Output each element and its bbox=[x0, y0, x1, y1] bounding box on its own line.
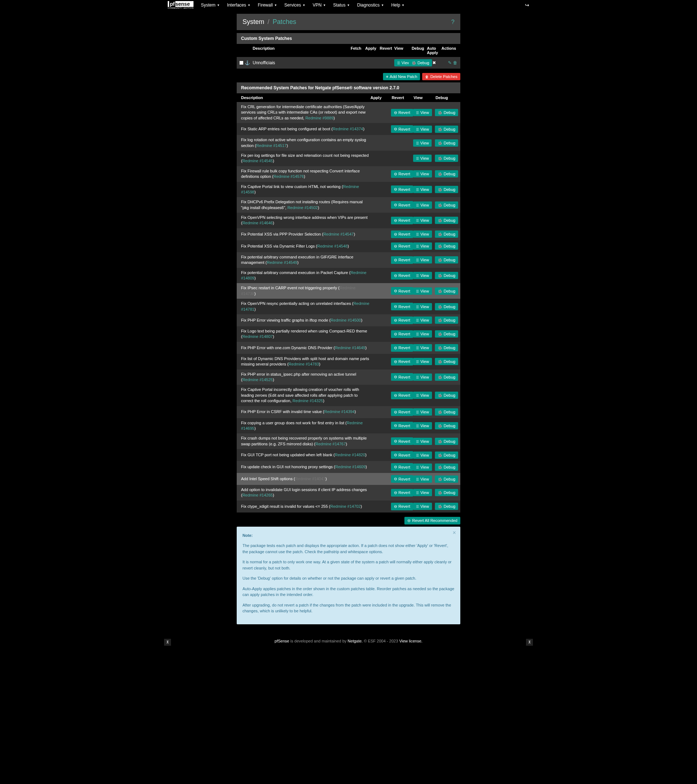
view-button[interactable]: View bbox=[413, 344, 432, 351]
debug-button[interactable]: Debug bbox=[435, 242, 458, 250]
revert-button[interactable]: Revert bbox=[391, 344, 413, 352]
view-button[interactable]: View bbox=[413, 489, 432, 496]
revert-button[interactable]: Revert bbox=[391, 503, 413, 510]
view-button[interactable]: View bbox=[413, 463, 432, 471]
debug-button[interactable]: Debug bbox=[435, 125, 458, 133]
nav-item-vpn[interactable]: VPN▼ bbox=[313, 3, 326, 8]
debug-button[interactable]: Debug bbox=[435, 217, 458, 224]
logo[interactable]: pfsense COMMUNITY EDITION bbox=[168, 1, 193, 9]
redmine-link[interactable]: Redmine #14547 bbox=[323, 232, 354, 236]
redmine-link[interactable]: Redmine #14517 bbox=[256, 143, 287, 148]
view-button[interactable]: View bbox=[413, 374, 432, 381]
redmine-link[interactable]: Redmine #14820 bbox=[335, 453, 365, 457]
nav-item-help[interactable]: Help▼ bbox=[391, 3, 405, 8]
debug-button[interactable]: Debug bbox=[435, 422, 458, 429]
nav-item-firewall[interactable]: Firewall▼ bbox=[258, 3, 277, 8]
nav-item-diagnostics[interactable]: Diagnostics▼ bbox=[357, 3, 384, 8]
debug-button[interactable]: Debug bbox=[435, 186, 458, 193]
edit-icon[interactable]: ✎ bbox=[448, 60, 451, 65]
debug-button[interactable]: Debug bbox=[435, 201, 458, 209]
revert-button[interactable]: Revert bbox=[391, 303, 413, 310]
revert-button[interactable]: Revert bbox=[391, 437, 413, 445]
revert-button[interactable]: Revert bbox=[391, 408, 413, 416]
view-button[interactable]: View bbox=[413, 316, 432, 324]
revert-button[interactable]: Revert bbox=[391, 373, 413, 381]
redmine-link[interactable]: Redmine #9889 bbox=[305, 116, 334, 120]
help-icon[interactable]: ? bbox=[451, 19, 455, 25]
redmine-link[interactable]: Redmine #14502 bbox=[288, 206, 318, 210]
close-icon[interactable]: × bbox=[453, 530, 456, 536]
redmine-link[interactable]: Redmine #14394 bbox=[324, 409, 355, 414]
redmine-link[interactable]: Redmine #14545 bbox=[242, 159, 273, 163]
debug-button[interactable]: Debug bbox=[435, 489, 458, 496]
nav-item-services[interactable]: Services▼ bbox=[284, 3, 305, 8]
view-button[interactable]: View bbox=[413, 186, 432, 193]
revert-button[interactable]: Revert bbox=[391, 489, 413, 497]
redmine-link[interactable]: Redmine #14325 bbox=[293, 399, 323, 403]
debug-button[interactable]: Debug bbox=[435, 303, 458, 310]
revert-button[interactable]: Revert bbox=[391, 125, 413, 133]
view-button[interactable]: View bbox=[413, 358, 432, 365]
debug-button[interactable]: Debug bbox=[435, 155, 458, 162]
redmine-link[interactable]: Redmine #14500 bbox=[331, 318, 361, 322]
debug-button[interactable]: Debug bbox=[435, 316, 458, 324]
debug-button[interactable]: Debug bbox=[435, 231, 458, 238]
footer-license-link[interactable]: View license. bbox=[399, 639, 423, 643]
revert-button[interactable]: Revert bbox=[391, 330, 413, 338]
debug-button[interactable]: Debug bbox=[435, 438, 458, 445]
revert-button[interactable]: Revert bbox=[391, 109, 413, 117]
scroll-top-left[interactable]: ⊼ bbox=[164, 639, 171, 646]
view-button[interactable]: View bbox=[413, 139, 432, 147]
revert-button[interactable]: Revert bbox=[391, 170, 413, 178]
redmine-link[interactable]: Redmine #14548 bbox=[317, 244, 348, 248]
view-button[interactable]: View bbox=[413, 287, 432, 295]
row-checkbox[interactable] bbox=[240, 61, 243, 64]
debug-button[interactable]: Debug bbox=[435, 272, 458, 279]
view-button[interactable]: View bbox=[413, 125, 432, 133]
debug-button[interactable]: Debug bbox=[435, 451, 458, 459]
view-button[interactable]: View bbox=[413, 256, 432, 264]
debug-button[interactable]: Debug bbox=[435, 330, 458, 338]
debug-button[interactable]: Debug bbox=[435, 392, 458, 399]
redmine-link[interactable]: Redmine #14609 bbox=[335, 464, 366, 469]
revert-button[interactable]: Revert bbox=[391, 231, 413, 238]
debug-button[interactable]: Debug bbox=[435, 256, 458, 264]
debug-button[interactable]: Debug bbox=[435, 109, 458, 116]
revert-button[interactable]: Revert bbox=[391, 475, 413, 483]
redmine-link[interactable]: Redmine #14525 bbox=[242, 377, 273, 382]
revert-button[interactable]: Revert bbox=[391, 422, 413, 429]
view-button[interactable]: View bbox=[413, 408, 432, 416]
redmine-link[interactable]: Redmine #14549 bbox=[267, 260, 297, 265]
debug-button[interactable]: Debug bbox=[435, 408, 458, 416]
redmine-link[interactable]: Redmine #14576 bbox=[274, 174, 304, 179]
nav-item-interfaces[interactable]: Interfaces▼ bbox=[227, 3, 250, 8]
revert-button[interactable]: Revert bbox=[391, 256, 413, 264]
debug-button[interactable]: Debug bbox=[435, 476, 458, 483]
trash-icon[interactable]: 🗑 bbox=[453, 60, 457, 65]
view-button[interactable]: View bbox=[413, 392, 432, 399]
view-button[interactable]: View bbox=[413, 109, 432, 116]
debug-button[interactable]: Debug bbox=[435, 463, 458, 471]
view-button[interactable]: View bbox=[413, 438, 432, 445]
footer-pfsense-link[interactable]: pfSense bbox=[274, 639, 289, 643]
logout-icon[interactable]: ↪ bbox=[525, 2, 529, 8]
footer-netgate-link[interactable]: Netgate. bbox=[348, 639, 363, 643]
redmine-link[interactable]: Redmine #14702 bbox=[330, 504, 361, 509]
debug-button[interactable]: Debug bbox=[435, 287, 458, 295]
view-button[interactable]: View bbox=[413, 201, 432, 209]
nav-item-status[interactable]: Status▼ bbox=[333, 3, 350, 8]
redmine-link[interactable]: Redmine #14649 bbox=[335, 346, 365, 350]
debug-button[interactable]: Debug bbox=[435, 139, 458, 147]
revert-button[interactable]: Revert bbox=[391, 242, 413, 250]
redmine-link[interactable]: Redmine #14807 bbox=[242, 334, 273, 339]
add-new-patch-button[interactable]: Add New Patch bbox=[383, 73, 420, 80]
view-button[interactable]: View bbox=[413, 170, 432, 178]
view-button[interactable]: View bbox=[413, 231, 432, 238]
revert-button[interactable]: Revert bbox=[391, 392, 413, 399]
view-button[interactable]: View bbox=[413, 330, 432, 338]
revert-all-button[interactable]: Revert All Recommended bbox=[404, 517, 460, 524]
breadcrumb-root[interactable]: System bbox=[242, 18, 264, 25]
nav-item-system[interactable]: System▼ bbox=[201, 3, 220, 8]
revert-button[interactable]: Revert bbox=[391, 316, 413, 324]
view-button[interactable]: View bbox=[413, 451, 432, 459]
